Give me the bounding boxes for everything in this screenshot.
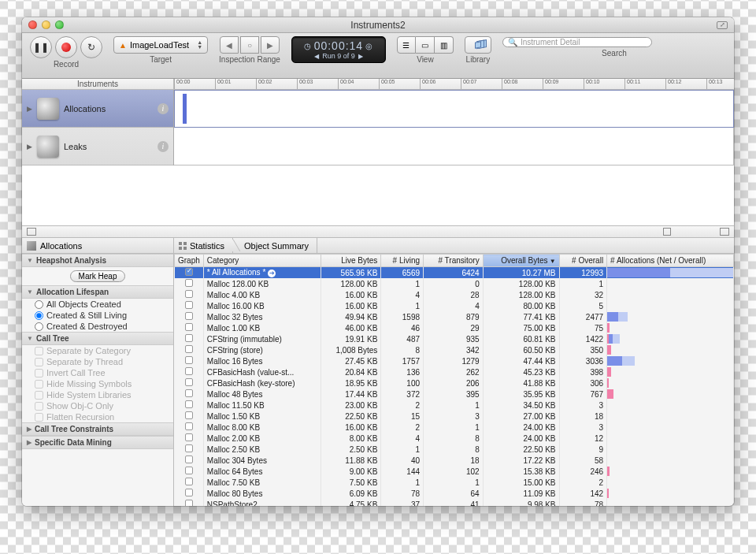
graph-checkbox[interactable] [185,433,193,441]
table-row[interactable]: Malloc 16.00 KB16.00 KB1480.00 KB5 [175,300,734,311]
table-row[interactable]: Malloc 7.50 KB7.50 KB1115.00 KB2 [175,477,734,488]
table-row[interactable]: Malloc 48 Bytes17.44 KB37239535.95 KB767 [175,389,734,400]
track-label-leaks[interactable]: ▶Leaksi [22,128,173,165]
run-next-button[interactable]: ▶ [358,53,363,60]
column-header[interactable]: Overall Bytes▼ [483,255,559,267]
view-detail-icon[interactable]: ▭ [416,36,435,54]
table-row[interactable]: CFBasicHash (value-st...20.84 KB13626245… [175,366,734,377]
track-lane[interactable] [174,128,734,165]
search-input[interactable]: 🔍 Instrument Detail [502,37,652,47]
calltree-option[interactable]: Show Obj-C Only [22,400,173,411]
graph-checkbox[interactable] [185,279,193,287]
view-tracks-icon[interactable]: ☰ [397,36,416,54]
section-heapshot[interactable]: ▼Heapshot Analysis [22,254,173,267]
graph-checkbox[interactable] [185,312,193,320]
table-row[interactable]: Malloc 2.00 KB8.00 KB4824.00 KB12 [175,433,734,444]
table-row[interactable]: Malloc 4.00 KB16.00 KB428128.00 KB32 [175,289,734,300]
graph-checkbox[interactable] [185,455,193,463]
section-constraints[interactable]: ▶Call Tree Constraints [22,422,173,436]
track-style-icon[interactable] [27,228,36,236]
table-row[interactable]: Malloc 1.00 KB46.00 KB462975.00 KB75 [175,322,734,333]
calltree-option[interactable]: Separate by Category [22,345,173,356]
graph-checkbox[interactable] [185,334,193,342]
column-header[interactable]: # Living [381,255,424,267]
track-zoom-out-icon[interactable] [663,228,671,236]
column-header[interactable]: Category [203,255,321,267]
allocations-bar [607,311,734,322]
graph-checkbox[interactable] [185,367,193,375]
allocations-table[interactable]: GraphCategoryLive Bytes# Living# Transit… [174,254,734,506]
section-calltree[interactable]: ▼Call Tree [22,332,173,345]
range-end-button[interactable]: ▶ [261,36,280,54]
graph-checkbox[interactable] [185,489,193,496]
graph-checkbox[interactable] [185,400,193,408]
table-row[interactable]: Malloc 11.50 KB23.00 KB2134.50 KB3 [175,400,734,411]
loop-button[interactable]: ↻ [80,36,102,58]
graph-checkbox[interactable] [185,290,193,298]
ruler-tick: 00:12 [665,79,682,89]
breadcrumb-object-summary[interactable]: Object Summary [233,238,317,253]
column-header[interactable]: Live Bytes [321,255,380,267]
calltree-option[interactable]: Separate by Thread [22,356,173,367]
run-prev-button[interactable]: ◀ [314,53,319,60]
table-row[interactable]: Malloc 64 Bytes9.00 KB14410215.38 KB246 [175,466,734,477]
calltree-option[interactable]: Hide System Libraries [22,389,173,400]
pause-button[interactable]: ❚❚ [30,36,52,58]
calltree-option[interactable]: Invert Call Tree [22,367,173,378]
graph-checkbox[interactable] [185,301,193,309]
track-lane[interactable] [174,90,734,128]
table-row[interactable]: Malloc 16 Bytes27.45 KB1757127947.44 KB3… [175,355,734,366]
table-row[interactable]: Malloc 80 Bytes6.09 KB786411.09 KB142 [175,488,734,499]
section-mining[interactable]: ▶Specific Data Mining [22,436,173,449]
table-row[interactable]: Malloc 304 Bytes11.88 KB401817.22 KB58 [175,455,734,466]
table-row[interactable]: NSPathStore24.75 KB37419.98 KB78 [175,499,734,506]
graph-checkbox[interactable] [185,411,193,419]
table-row[interactable]: Malloc 2.50 KB2.50 KB1822.50 KB9 [175,444,734,455]
view-segmented[interactable]: ☰ ▭ ▥ [397,36,454,54]
table-row[interactable]: CFBasicHash (key-store)18.95 KB10020641.… [175,377,734,389]
allocation-spike [183,94,187,124]
range-start-button[interactable]: ◀ [220,36,239,54]
section-lifespan[interactable]: ▼Allocation Lifespan [22,285,173,299]
table-row[interactable]: CFString (store)1,008 Bytes834260.50 KB3… [175,344,734,355]
graph-checkbox[interactable] [185,268,193,276]
column-header[interactable]: Graph [175,255,204,267]
graph-checkbox[interactable] [185,444,193,452]
library-button[interactable] [465,36,491,54]
mark-heap-button[interactable]: Mark Heap [70,270,126,282]
column-header[interactable]: # Allocations (Net / Overall) [607,255,734,267]
column-header[interactable]: # Transitory [424,255,484,267]
target-selector[interactable]: ▲ ImageLoadTest ▲▼ [113,36,208,54]
table-row[interactable]: Malloc 8.00 KB16.00 KB2124.00 KB3 [175,422,734,433]
lifespan-option[interactable]: Created & Still Living [22,310,173,321]
range-clear-button[interactable]: ○ [240,36,259,54]
breadcrumb-statistics[interactable]: Statistics [174,238,233,253]
table-row[interactable]: CFString (immutable)19.91 KB48793560.81 … [175,333,734,344]
graph-checkbox[interactable] [185,389,193,397]
info-icon[interactable]: i [158,141,169,152]
graph-checkbox[interactable] [185,356,193,364]
graph-checkbox[interactable] [185,478,193,485]
ruler-tick: 00:04 [338,79,354,89]
graph-checkbox[interactable] [185,422,193,430]
graph-checkbox[interactable] [185,345,193,353]
graph-checkbox[interactable] [185,323,193,331]
lifespan-option[interactable]: Created & Destroyed [22,321,173,332]
table-row[interactable]: Malloc 32 Bytes49.94 KB159887977.41 KB24… [175,311,734,322]
calltree-option[interactable]: Flatten Recursion [22,411,173,422]
go-icon[interactable]: ➔ [268,270,276,277]
track-label-allocations[interactable]: ▶Allocationsi [22,90,173,128]
calltree-option[interactable]: Hide Missing Symbols [22,378,173,389]
graph-checkbox[interactable] [185,500,193,506]
record-button[interactable] [55,36,77,58]
table-row[interactable]: Malloc 128.00 KB128.00 KB10128.00 KB1 [175,278,734,289]
graph-checkbox[interactable] [185,378,193,386]
track-zoom-in-icon[interactable] [720,228,729,236]
table-row[interactable]: Malloc 1.50 KB22.50 KB15327.00 KB18 [175,411,734,422]
lifespan-option[interactable]: All Objects Created [22,299,173,310]
info-icon[interactable]: i [158,103,169,114]
graph-checkbox[interactable] [185,467,193,474]
view-extended-icon[interactable]: ▥ [435,36,454,54]
table-row[interactable]: * All Allocations *➔565.96 KB6569642410.… [175,267,734,279]
column-header[interactable]: # Overall [559,255,607,267]
